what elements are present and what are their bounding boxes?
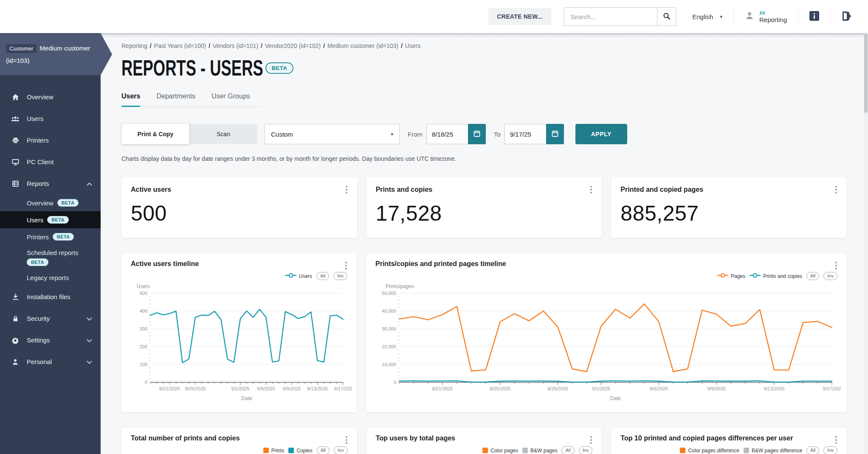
apply-button[interactable]: APPLY [575,124,627,144]
legend-inv-button[interactable]: Inv [334,446,348,454]
legend-all-button[interactable]: All [561,446,574,454]
kebab-menu-icon[interactable] [343,185,350,194]
tab-departments[interactable]: Departments [156,92,195,107]
pc-client-icon [11,158,20,166]
swatch-icon [744,448,749,453]
sidebar-item-users[interactable]: Users [0,108,101,129]
chart-legend: Color pages B&W pages All Inv [482,446,592,454]
to-date-input[interactable] [504,124,546,144]
legend-inv-button[interactable]: Inv [823,446,837,454]
kebab-menu-icon[interactable] [343,435,350,445]
sidebar-item-label: Installation files [27,293,70,300]
sidebar-subitem-legacy-reports[interactable]: Legacy reports [0,269,101,286]
sidebar-item-label: PC Client [27,158,54,165]
sidebar-item-installation-files[interactable]: Installation files [0,286,101,308]
sidebar-subitem-reports-users[interactable]: Users BETA [0,211,101,228]
sidebar-subitem-reports-overview[interactable]: Overview BETA [0,194,101,211]
top-users-total-pages-card: Top users by total pages Color pages B&W… [366,428,602,454]
legend-inv-button[interactable]: Inv [333,272,347,280]
legend-item-prints[interactable]: Prints [263,448,285,454]
kebab-menu-icon[interactable] [587,185,595,194]
tab-users[interactable]: Users [121,92,140,107]
swatch-icon [288,448,294,453]
mode-print-copy[interactable]: Print & Copy [121,124,189,144]
sidebar-item-reports[interactable]: Reports [0,173,101,194]
chart-info-note: Charts display data by day for date rang… [121,155,868,162]
to-calendar-button[interactable] [546,124,564,144]
legend-item-bw-pages[interactable]: B&W pages [522,448,557,454]
filter-row: Print & Copy Scan Custom ▾ From To [121,124,868,144]
from-date-input[interactable] [426,124,468,144]
legend-item-color-pages[interactable]: Color pages [482,448,518,454]
calendar-icon [473,130,481,139]
date-range-select[interactable]: Custom ▾ [265,124,400,144]
legend-item-copies[interactable]: Copies [288,448,312,454]
from-calendar-button[interactable] [468,124,486,144]
sidebar-item-personal[interactable]: Personal [0,351,101,373]
kebab-menu-icon[interactable] [342,261,350,270]
mode-scan[interactable]: Scan [189,124,257,144]
svg-text:400: 400 [140,308,147,314]
page-scrollbar[interactable] [864,33,868,454]
legend-item-color-pages-diff[interactable]: Color pages difference [680,448,739,454]
legend-inv-button[interactable]: Inv [579,446,593,454]
kebab-menu-icon[interactable] [587,435,595,445]
user-menu[interactable]: zs Reporting [734,9,798,24]
kebab-menu-icon[interactable] [832,261,840,270]
sidebar-item-label: Security [27,315,87,322]
breadcrumb-link[interactable]: Medium customer (id=103) [327,42,398,49]
customer-badge: Customer [6,44,37,53]
date-range-value: Custom [271,131,293,138]
sidebar-item-pc-client[interactable]: PC Client [0,151,101,173]
chevron-down-icon [87,358,92,365]
legend-all-button[interactable]: All [316,272,329,280]
legend-item-users[interactable]: Users [285,273,312,279]
sidebar-item-security[interactable]: Security [0,308,101,329]
active-users-timeline-card: Active users timeline Users All Inv 0100… [121,253,357,412]
chart-legend: Color pages difference B&W pages differe… [680,446,837,454]
line-marker-icon [750,273,761,279]
sidebar-item-printers[interactable]: Printers [0,129,101,151]
search-input[interactable] [564,8,657,25]
create-new-button[interactable]: CREATE NEW... [488,8,551,25]
legend-all-button[interactable]: All [806,272,819,280]
sidebar-subitem-scheduled-reports[interactable]: Scheduled reports BETA [0,245,101,269]
to-date-group [504,124,564,144]
breadcrumb-link[interactable]: Reporting [121,42,147,49]
topbar: CREATE NEW... English ▾ zs Reporting [0,0,868,33]
sidebar-subitem-label: Legacy reports [27,274,69,281]
swatch-icon [522,448,528,453]
breadcrumb-link[interactable]: Vendor2020 (id=102) [265,42,321,49]
kebab-menu-icon[interactable] [832,435,840,445]
sidebar-item-label: Reports [27,180,87,187]
legend-all-button[interactable]: All [317,446,330,454]
svg-text:9/5/2025: 9/5/2025 [650,386,668,391]
from-label: From [408,131,423,138]
chart-legend: Prints Copies All Inv [263,446,348,454]
svg-text:8/29/2025: 8/29/2025 [547,386,568,391]
chevron-up-icon [87,180,92,187]
sidebar-item-settings[interactable]: Settings [0,329,101,351]
legend-item-pages[interactable]: Pages [717,273,745,279]
prints-pages-timeline-svg: 010,00020,00030,00040,00050,0008/21/2025… [375,282,837,401]
breadcrumb-link[interactable]: Past Years (id=100) [154,42,206,49]
scrollbar-thumb[interactable] [864,33,868,113]
breadcrumb-link[interactable]: Vendors (id=101) [213,42,258,49]
sidebar-subitem-reports-printers[interactable]: Printers BETA [0,228,101,245]
legend-all-button[interactable]: All [806,446,819,454]
legend-inv-button[interactable]: Inv [823,272,837,280]
legend-item-bw-pages-diff[interactable]: B&W pages difference [744,448,802,454]
svg-text:300: 300 [140,326,147,331]
search-button[interactable] [657,8,676,25]
tab-user-groups[interactable]: User Groups [211,92,250,107]
logout-button[interactable] [831,11,854,23]
svg-text:8/25/2025: 8/25/2025 [185,386,206,391]
kebab-menu-icon[interactable] [832,185,840,194]
caret-down-icon: ▾ [391,132,393,137]
language-select[interactable]: English ▾ [688,13,733,20]
chart-legend: Pages Prints and copies All Inv [717,272,837,280]
sidebar-item-overview[interactable]: Overview [0,86,101,108]
legend-item-prints-copies[interactable]: Prints and copies [750,273,802,279]
svg-text:9/1/2025: 9/1/2025 [592,386,610,391]
help-manual-button[interactable] [798,10,830,23]
